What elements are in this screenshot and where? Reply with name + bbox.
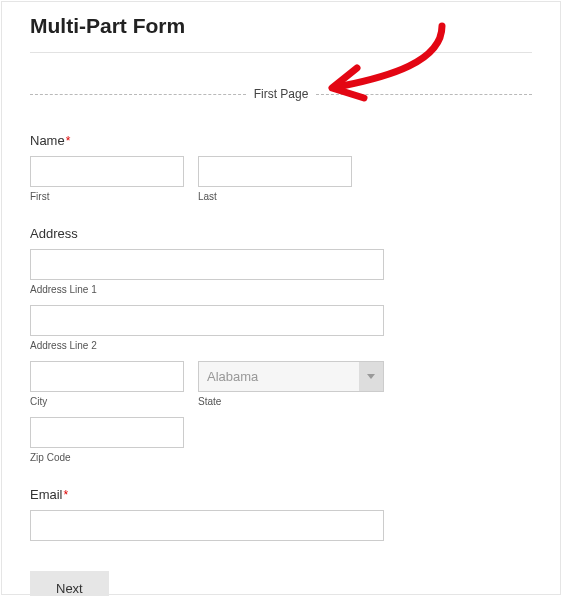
- address-line2-sublabel: Address Line 2: [30, 340, 532, 351]
- name-required: *: [66, 134, 71, 148]
- state-selected-value: Alabama: [207, 369, 258, 384]
- state-sublabel: State: [198, 396, 384, 407]
- zip-sublabel: Zip Code: [30, 452, 184, 463]
- form-container: Multi-Part Form First Page Name* First L…: [1, 1, 561, 595]
- page-break-divider: First Page: [30, 87, 532, 101]
- address-block: Address Address Line 1 Address Line 2 Ci…: [30, 224, 532, 463]
- page-break-label: First Page: [246, 87, 317, 101]
- city-input[interactable]: [30, 361, 184, 392]
- address-line2-input[interactable]: [30, 305, 384, 336]
- address-line1-sublabel: Address Line 1: [30, 284, 532, 295]
- first-name-input[interactable]: [30, 156, 184, 187]
- email-required: *: [64, 488, 69, 502]
- name-label: Name: [30, 133, 65, 148]
- title-divider: [30, 52, 532, 53]
- chevron-down-icon: [359, 362, 383, 391]
- email-label: Email: [30, 487, 63, 502]
- city-sublabel: City: [30, 396, 184, 407]
- email-input[interactable]: [30, 510, 384, 541]
- zip-input[interactable]: [30, 417, 184, 448]
- next-button[interactable]: Next: [30, 571, 109, 596]
- name-block: Name* First Last: [30, 131, 532, 202]
- last-name-sublabel: Last: [198, 191, 352, 202]
- state-select[interactable]: Alabama: [198, 361, 384, 392]
- address-line1-input[interactable]: [30, 249, 384, 280]
- last-name-input[interactable]: [198, 156, 352, 187]
- page-title: Multi-Part Form: [30, 14, 532, 38]
- first-name-sublabel: First: [30, 191, 184, 202]
- email-block: Email*: [30, 485, 532, 541]
- address-label: Address: [30, 226, 78, 241]
